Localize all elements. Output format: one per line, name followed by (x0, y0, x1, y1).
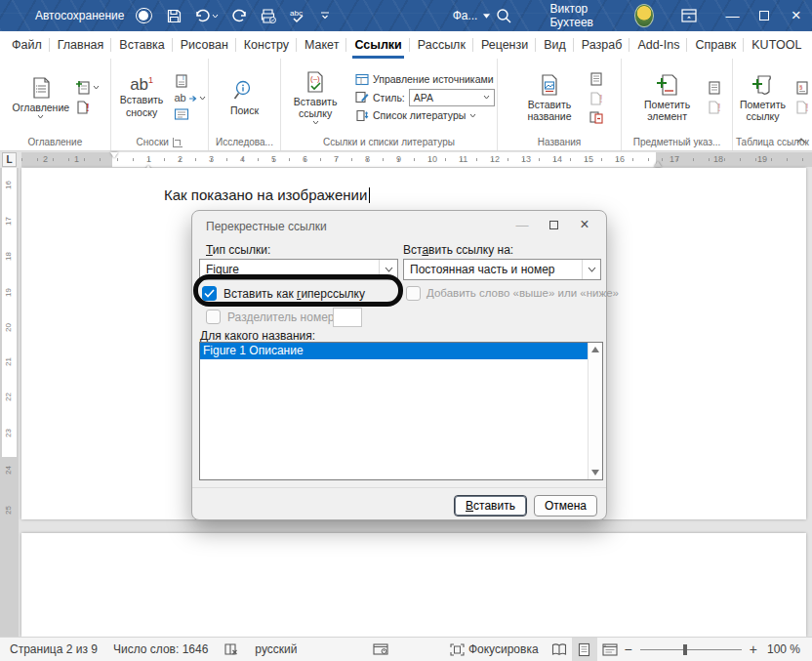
tab-kutool[interactable]: KUTOOL (744, 31, 809, 59)
manage-sources-button[interactable]: Управление источниками (355, 73, 495, 86)
focus-mode-button[interactable]: Фокусировка (442, 638, 547, 661)
page-2[interactable] (21, 533, 806, 637)
tab-ссылки[interactable]: Ссылки (346, 31, 409, 59)
tab-файл[interactable]: Файл (4, 31, 50, 59)
dialog-close-button[interactable]: × (569, 211, 600, 238)
redo-button[interactable] (224, 0, 254, 31)
caption-list[interactable]: Figure 1 Описание (199, 342, 603, 480)
mark-entry-button[interactable]: Пометить элемент (632, 69, 703, 125)
toc-button[interactable]: Оглавление (11, 72, 72, 122)
mark-citation-button[interactable]: Пометить ссылку (735, 69, 791, 125)
toc-icon (28, 75, 54, 101)
insert-reference-to-select[interactable]: Постоянная часть и номер (403, 259, 601, 280)
undo-button[interactable] (188, 0, 224, 31)
tab-констру[interactable]: Констру (236, 31, 297, 59)
chevron-down-icon (93, 85, 100, 90)
vertical-ruler[interactable]: 16171819202122232425 (0, 168, 19, 637)
scroll-up-icon[interactable] (591, 347, 599, 352)
show-notes-button[interactable] (174, 107, 189, 121)
read-mode-button[interactable] (547, 638, 572, 661)
cross-reference-button[interactable] (589, 110, 604, 124)
dialog-maximize-button[interactable] (538, 211, 569, 238)
tab-разраб[interactable]: Разраб (574, 31, 630, 59)
insert-as-hyperlink-checkbox[interactable] (202, 286, 217, 301)
ruler-number: 15 (582, 153, 595, 166)
maximize-button[interactable] (749, 0, 781, 31)
search-button[interactable]: Поиск (228, 75, 261, 119)
print-layout-button[interactable] (572, 638, 597, 661)
insert-index-button[interactable] (707, 80, 722, 96)
insert-citation-button[interactable]: (–) Вставить ссылку (283, 66, 347, 128)
ruler-number: 19 (755, 153, 769, 166)
zoom-slider-thumb[interactable] (683, 644, 687, 655)
ruler-number: 20 (4, 323, 13, 332)
insert-table-of-figures-button[interactable] (589, 71, 604, 87)
reference-type-select[interactable]: Figure (199, 259, 398, 280)
word-count[interactable]: Число слов: 1646 (105, 638, 216, 661)
citation-style-select[interactable]: APA (409, 89, 495, 106)
tab-вставка[interactable]: Вставка (111, 31, 172, 59)
update-table-button[interactable]: ! (589, 91, 604, 106)
chevron-down-icon (37, 114, 44, 119)
web-layout-button[interactable] (597, 638, 623, 661)
bibliography-button[interactable]: Список литературы (355, 109, 495, 122)
spell-check-icon[interactable]: abc (283, 0, 314, 31)
update-toc-button[interactable]: ! (75, 100, 91, 115)
user-name[interactable]: Виктор Бухтеев (544, 0, 625, 31)
tab-stop-selector[interactable]: L (2, 152, 17, 167)
user-avatar[interactable] (634, 4, 654, 27)
tab-главная[interactable]: Главная (50, 31, 112, 59)
caption-list-item[interactable]: Figure 1 Описание (200, 343, 588, 359)
tab-рисован[interactable]: Рисован (173, 31, 236, 59)
macro-recording-icon[interactable] (365, 638, 396, 661)
group-toc: Оглавление ! Оглавление (0, 59, 111, 150)
citation-icon: (–) (303, 69, 328, 95)
zoom-in-button[interactable]: + (748, 641, 759, 657)
close-button[interactable]: × (780, 0, 812, 31)
print-icon[interactable] (254, 0, 283, 31)
svg-text:!: ! (599, 93, 603, 104)
group-research: Поиск Исследова... (209, 59, 282, 150)
zoom-out-button[interactable]: − (623, 641, 634, 657)
add-text-button[interactable] (75, 80, 100, 96)
insert-button[interactable]: Вставить (454, 495, 527, 516)
ruler-number: 2 (176, 153, 184, 166)
document-title[interactable]: Фа... (453, 9, 491, 22)
minimize-button[interactable]: — (716, 0, 749, 31)
update-index-button[interactable]: ! (707, 100, 722, 115)
right-indent-marker[interactable] (654, 161, 662, 167)
ribbon-display-options-icon[interactable] (675, 0, 703, 31)
update-table-of-authorities-button[interactable]: ! (794, 100, 810, 115)
separate-numbers-label: Разделитель номеров (227, 310, 347, 324)
ribbon-tab-row: ФайлГлавнаяВставкаРисованКонструМакетСсы… (0, 31, 812, 59)
more-commands-icon[interactable] (314, 0, 336, 31)
save-icon[interactable] (160, 0, 188, 31)
tab-макет[interactable]: Макет (297, 31, 346, 59)
tab-add-ins[interactable]: Add-Ins (629, 31, 687, 59)
horizontal-ruler[interactable]: 2112345678910111213141516171819 (21, 152, 812, 167)
insert-footnote-button[interactable]: ab1 Вставить сноску (113, 73, 171, 120)
search-icon[interactable] (490, 0, 518, 31)
tab-вид[interactable]: Вид (536, 31, 574, 59)
first-line-indent-marker[interactable] (110, 152, 118, 158)
language-indicator[interactable]: русский (247, 638, 304, 661)
scroll-down-icon[interactable] (591, 470, 599, 475)
collapse-ribbon-button[interactable] (796, 130, 806, 147)
list-scrollbar[interactable] (588, 343, 602, 479)
footnotes-dialog-launcher-icon[interactable] (173, 138, 183, 147)
tab-справк[interactable]: Справк (687, 31, 744, 59)
proofing-errors-icon[interactable] (216, 638, 247, 661)
for-which-caption-label: Для какого названия: (200, 329, 315, 343)
page-indicator[interactable]: Страница 2 из 9 (0, 638, 105, 661)
insert-endnote-button[interactable]: i (174, 73, 189, 89)
zoom-slider[interactable] (640, 649, 742, 650)
next-footnote-button[interactable]: ab (174, 93, 205, 103)
zoom-level[interactable]: 100 % (759, 638, 812, 661)
cancel-button[interactable]: Отмена (534, 495, 597, 516)
tab-рецензи[interactable]: Рецензи (473, 31, 536, 59)
insert-table-of-authorities-button[interactable]: § (794, 80, 810, 96)
document-text[interactable]: Как показано на изображении (164, 186, 370, 203)
insert-caption-button[interactable]: Вставить название (514, 69, 585, 125)
tab-рассылк[interactable]: Рассылк (410, 31, 473, 59)
autosave-toggle[interactable] (136, 8, 151, 23)
